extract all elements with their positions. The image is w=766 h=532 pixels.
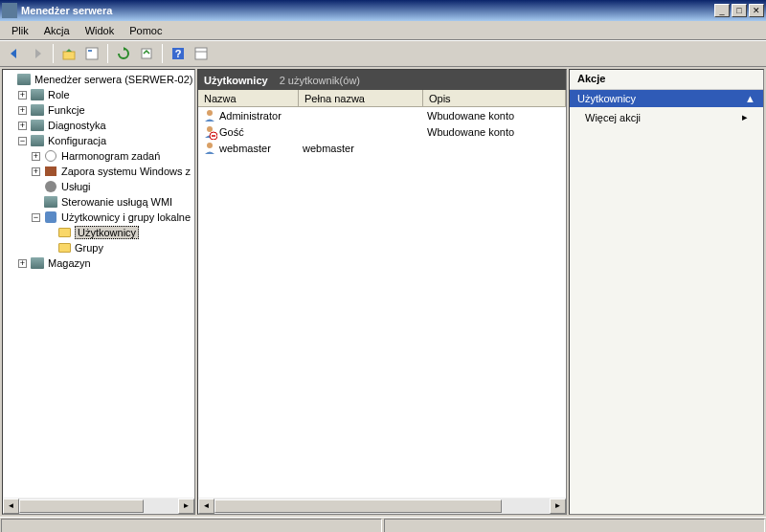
- svg-point-8: [207, 110, 213, 116]
- list-row[interactable]: Administrator Wbudowane konto: [198, 107, 566, 123]
- collapse-icon: ▲: [745, 93, 755, 104]
- status-cell: [384, 519, 765, 532]
- menu-bar: Plik Akcja Widok Pomoc: [0, 21, 766, 40]
- more-actions-label: Więcej akcji: [585, 112, 641, 123]
- app-icon: [2, 3, 17, 18]
- chevron-right-icon: ▸: [742, 111, 748, 123]
- view-button[interactable]: [191, 43, 212, 64]
- tree-groups[interactable]: Grupy: [5, 240, 192, 255]
- tree-zapora[interactable]: +Zapora systemu Windows z: [5, 164, 192, 179]
- scroll-left-button[interactable]: ◄: [3, 499, 19, 514]
- maximize-button[interactable]: □: [732, 4, 747, 17]
- tree-uslugi[interactable]: Usługi: [5, 179, 192, 194]
- scroll-right-button[interactable]: ►: [178, 499, 194, 514]
- toolbar-separator: [162, 44, 163, 63]
- tree-funkcje[interactable]: +Funkcje: [5, 102, 192, 118]
- toolbar-separator: [107, 44, 108, 63]
- cell-name: webmaster: [219, 143, 271, 154]
- cell-name: Gość: [219, 126, 244, 138]
- tree-panel: Menedżer serwera (SERWER-02) +Role +Funk…: [2, 69, 195, 515]
- menu-action[interactable]: Akcja: [36, 23, 78, 38]
- tree-label: Konfiguracja: [48, 135, 106, 146]
- user-icon: [202, 141, 217, 156]
- tree-harmonogram[interactable]: +Harmonogram zadań: [5, 148, 192, 164]
- svg-point-11: [207, 143, 213, 148]
- tree-users-groups[interactable]: −Użytkownicy i grupy lokalne: [5, 210, 192, 225]
- cell-full: webmaster: [303, 143, 354, 154]
- actions-title: Akcje: [570, 70, 763, 90]
- actions-section-header[interactable]: Użytkownicy ▲: [570, 90, 763, 107]
- svg-rect-2: [88, 50, 92, 52]
- list-count: 2 użytkownik(ów): [280, 75, 360, 86]
- list-scrollbar[interactable]: ◄ ►: [198, 498, 566, 514]
- tree-scrollbar[interactable]: ◄ ►: [3, 498, 194, 514]
- tree-label: Harmonogram zadań: [61, 150, 160, 162]
- toolbar-separator: [53, 44, 54, 63]
- tree-diagnostyka[interactable]: +Diagnostyka: [5, 118, 192, 133]
- minimize-button[interactable]: _: [714, 4, 730, 17]
- tree-label: Diagnostyka: [48, 120, 106, 131]
- col-desc[interactable]: Opis: [423, 90, 566, 106]
- svg-text:?: ?: [175, 48, 182, 59]
- cell-desc: Wbudowane konto: [427, 126, 514, 138]
- list-row[interactable]: Gość Wbudowane konto: [198, 123, 566, 140]
- actions-panel: Akcje Użytkownicy ▲ Więcej akcji ▸: [569, 69, 764, 515]
- tree-label: Magazyn: [48, 257, 91, 269]
- menu-file[interactable]: Plik: [4, 23, 36, 38]
- tree-wmi[interactable]: Sterowanie usługą WMI: [5, 194, 192, 210]
- forward-button[interactable]: [27, 43, 48, 64]
- properties-button[interactable]: [81, 43, 102, 64]
- up-button[interactable]: [58, 43, 79, 64]
- col-name[interactable]: Nazwa: [198, 90, 299, 106]
- user-icon: [202, 108, 217, 123]
- tree-label-selected: Użytkownicy: [75, 226, 139, 239]
- cell-desc: Wbudowane konto: [427, 110, 514, 122]
- toolbar: ?: [0, 40, 766, 67]
- tree-label: Role: [48, 89, 70, 100]
- list-body: Administrator Wbudowane konto Gość Wbudo…: [198, 107, 566, 498]
- back-button[interactable]: [4, 43, 25, 64]
- tree-label: Usługi: [61, 181, 91, 192]
- tree-label: Zapora systemu Windows z: [61, 166, 191, 177]
- title-bar: Menedżer serwera _ □ ✕: [0, 0, 766, 21]
- column-headers: Nazwa Pełna nazwa Opis: [198, 90, 566, 107]
- tree-users[interactable]: Użytkownicy: [5, 225, 192, 240]
- menu-view[interactable]: Widok: [78, 23, 123, 38]
- list-title: Użytkownicy: [204, 75, 268, 86]
- tree-role[interactable]: +Role: [5, 87, 192, 102]
- tree-label: Sterowanie usługą WMI: [61, 196, 172, 208]
- list-panel: Użytkownicy 2 użytkownik(ów) Nazwa Pełna…: [197, 69, 567, 515]
- svg-rect-0: [63, 52, 75, 59]
- actions-section-label: Użytkownicy: [577, 93, 636, 104]
- tree-label: Użytkownicy i grupy lokalne: [61, 211, 191, 223]
- tree-label: Menedżer serwera (SERWER-02): [34, 74, 192, 85]
- export-button[interactable]: [136, 43, 157, 64]
- svg-rect-6: [195, 48, 207, 59]
- tree-label: Funkcje: [48, 104, 85, 116]
- tree-magazyn[interactable]: +Magazyn: [5, 255, 192, 271]
- help-button[interactable]: ?: [168, 43, 189, 64]
- svg-rect-1: [86, 48, 98, 59]
- user-disabled-icon: [202, 124, 217, 140]
- close-button[interactable]: ✕: [749, 4, 764, 17]
- list-row[interactable]: webmaster webmaster: [198, 140, 566, 156]
- menu-help[interactable]: Pomoc: [122, 23, 169, 38]
- cell-name: Administrator: [219, 110, 282, 122]
- scroll-right-button[interactable]: ►: [550, 499, 566, 514]
- status-cell: [1, 519, 382, 532]
- tree-konfiguracja[interactable]: −Konfiguracja: [5, 133, 192, 148]
- tree-label: Grupy: [75, 242, 103, 254]
- status-bar: [0, 517, 766, 532]
- list-header: Użytkownicy 2 użytkownik(ów): [198, 70, 566, 90]
- refresh-button[interactable]: [113, 43, 134, 64]
- scroll-left-button[interactable]: ◄: [198, 499, 214, 514]
- more-actions[interactable]: Więcej akcji ▸: [570, 107, 763, 127]
- col-fullname[interactable]: Pełna nazwa: [299, 90, 423, 106]
- window-title: Menedżer serwera: [21, 5, 714, 16]
- tree-root[interactable]: Menedżer serwera (SERWER-02): [5, 72, 192, 87]
- svg-point-9: [207, 126, 213, 132]
